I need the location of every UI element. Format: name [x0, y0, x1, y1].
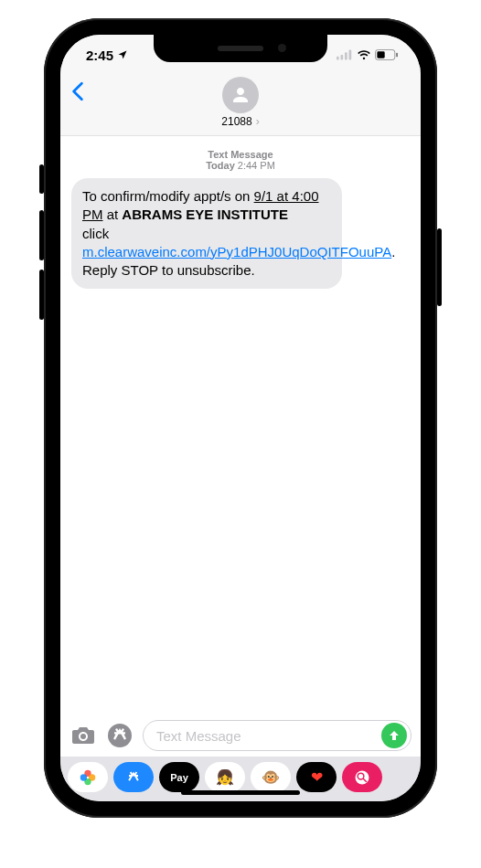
cellular-icon — [337, 49, 353, 60]
meta-time: 2:44 PM — [238, 160, 275, 171]
svg-point-12 — [80, 774, 87, 780]
chat-thread[interactable]: Text Message Today 2:44 PM To confirm/mo… — [60, 136, 421, 715]
mute-switch — [39, 164, 44, 194]
svg-rect-1 — [341, 55, 344, 59]
nav-bar: 21088 › — [60, 75, 421, 136]
wifi-icon — [357, 49, 371, 60]
drawer-app-applepay[interactable]: Pay — [159, 762, 199, 792]
back-button[interactable] — [71, 80, 84, 106]
camera-button[interactable] — [69, 723, 97, 748]
volume-up-button — [39, 210, 44, 260]
person-icon — [230, 84, 251, 106]
arrow-up-icon — [388, 729, 401, 742]
meta-day: Today — [206, 160, 235, 171]
send-button[interactable] — [381, 723, 407, 748]
contact-name: 21088 — [221, 115, 251, 128]
svg-rect-6 — [396, 53, 398, 58]
meta-label: Text Message — [71, 149, 410, 160]
message-input[interactable] — [156, 728, 376, 744]
drawer-app-memoji2[interactable]: 🐵 — [251, 762, 291, 792]
msg-click: click — [82, 226, 109, 241]
location-icon — [117, 48, 128, 63]
volume-down-button — [39, 270, 44, 320]
phone-frame: 2:45 — [44, 18, 437, 818]
power-button — [437, 228, 442, 306]
svg-rect-3 — [349, 50, 352, 60]
drawer-app-memoji1[interactable]: 👧 — [205, 762, 245, 792]
front-camera — [278, 44, 286, 52]
thread-meta: Text Message Today 2:44 PM — [71, 149, 410, 171]
compose-bar — [60, 715, 421, 757]
msg-pre: To confirm/modify appt/s on — [82, 188, 254, 204]
msg-link[interactable]: m.clearwaveinc.com/yPy1dPHJ0UqDoQITFOuuP… — [82, 244, 391, 259]
contact-row[interactable]: 21088 › — [221, 115, 259, 128]
drawer-app-search[interactable] — [342, 762, 382, 792]
contact-avatar[interactable] — [222, 77, 259, 113]
msg-business: ABRAMS EYE INSTITUTE — [122, 206, 288, 222]
svg-rect-2 — [345, 52, 347, 59]
svg-point-7 — [80, 734, 86, 739]
message-bubble[interactable]: To confirm/modify appt/s on 9/1 at 4:00 … — [71, 178, 342, 289]
battery-icon — [375, 49, 399, 60]
svg-point-8 — [108, 724, 132, 747]
svg-rect-0 — [337, 57, 339, 60]
drawer-app-appstore[interactable] — [113, 762, 154, 792]
notch — [154, 35, 327, 62]
compose-field[interactable] — [143, 720, 412, 751]
appstore-button[interactable] — [106, 723, 134, 748]
chevron-right-icon: › — [256, 115, 260, 128]
drawer-app-heart[interactable]: ❤ — [296, 762, 337, 792]
home-indicator[interactable] — [181, 790, 300, 795]
drawer-app-photos[interactable] — [68, 762, 108, 792]
status-time: 2:45 — [86, 48, 113, 63]
msg-at: at — [103, 206, 123, 222]
screen: 2:45 — [60, 35, 421, 801]
svg-rect-5 — [377, 51, 384, 58]
speaker — [218, 46, 263, 51]
